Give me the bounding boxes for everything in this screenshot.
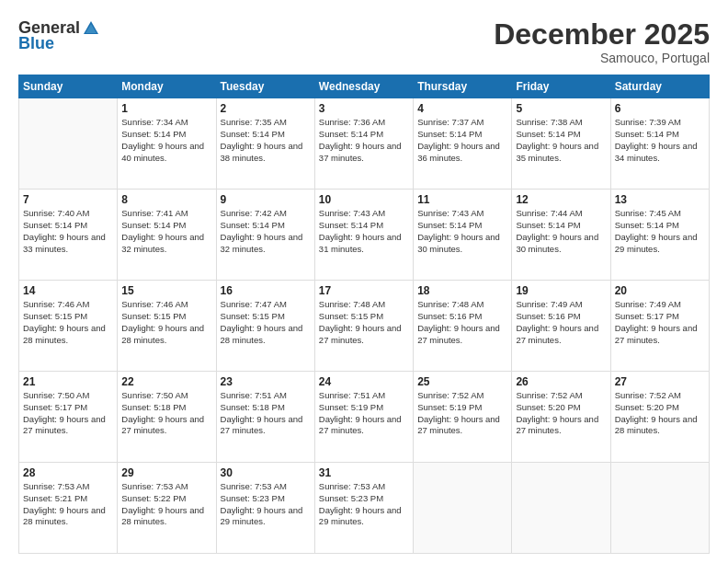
day-info: Sunrise: 7:49 AMSunset: 5:16 PMDaylight:… bbox=[516, 299, 598, 344]
day-number: 15 bbox=[121, 284, 211, 297]
day-info: Sunrise: 7:47 AMSunset: 5:15 PMDaylight:… bbox=[221, 299, 303, 344]
col-sunday: Sunday bbox=[19, 75, 118, 98]
day-info: Sunrise: 7:39 AMSunset: 5:14 PMDaylight:… bbox=[615, 117, 698, 162]
table-row: 12 Sunrise: 7:44 AMSunset: 5:14 PMDaylig… bbox=[512, 190, 610, 281]
day-number: 17 bbox=[319, 284, 409, 297]
table-row: 23 Sunrise: 7:51 AMSunset: 5:18 PMDaylig… bbox=[216, 372, 314, 463]
day-info: Sunrise: 7:37 AMSunset: 5:14 PMDaylight:… bbox=[417, 117, 500, 162]
day-info: Sunrise: 7:50 AMSunset: 5:17 PMDaylight:… bbox=[23, 390, 106, 435]
day-info: Sunrise: 7:51 AMSunset: 5:19 PMDaylight:… bbox=[319, 390, 402, 435]
table-row: 3 Sunrise: 7:36 AMSunset: 5:14 PMDayligh… bbox=[314, 98, 413, 190]
table-row: 29 Sunrise: 7:53 AMSunset: 5:22 PMDaylig… bbox=[118, 463, 216, 554]
table-row: 5 Sunrise: 7:38 AMSunset: 5:14 PMDayligh… bbox=[512, 98, 610, 190]
calendar-header-row: Sunday Monday Tuesday Wednesday Thursday… bbox=[19, 75, 710, 98]
table-row bbox=[19, 98, 118, 190]
day-number: 6 bbox=[615, 102, 705, 115]
day-info: Sunrise: 7:44 AMSunset: 5:14 PMDaylight:… bbox=[516, 208, 598, 253]
day-number: 25 bbox=[417, 375, 507, 388]
table-row bbox=[414, 463, 512, 554]
day-info: Sunrise: 7:35 AMSunset: 5:14 PMDaylight:… bbox=[221, 117, 303, 162]
day-info: Sunrise: 7:52 AMSunset: 5:19 PMDaylight:… bbox=[417, 390, 500, 435]
day-number: 18 bbox=[417, 284, 507, 297]
logo-icon bbox=[82, 19, 100, 38]
table-row: 11 Sunrise: 7:43 AMSunset: 5:14 PMDaylig… bbox=[414, 190, 512, 281]
table-row bbox=[512, 463, 610, 554]
day-number: 13 bbox=[615, 193, 705, 206]
table-row: 21 Sunrise: 7:50 AMSunset: 5:17 PMDaylig… bbox=[19, 372, 118, 463]
day-info: Sunrise: 7:53 AMSunset: 5:23 PMDaylight:… bbox=[221, 481, 303, 526]
day-info: Sunrise: 7:49 AMSunset: 5:17 PMDaylight:… bbox=[615, 299, 698, 344]
calendar-week-row: 21 Sunrise: 7:50 AMSunset: 5:17 PMDaylig… bbox=[19, 372, 710, 463]
day-info: Sunrise: 7:52 AMSunset: 5:20 PMDaylight:… bbox=[516, 390, 598, 435]
day-info: Sunrise: 7:41 AMSunset: 5:14 PMDaylight:… bbox=[121, 208, 204, 253]
day-info: Sunrise: 7:45 AMSunset: 5:14 PMDaylight:… bbox=[615, 208, 698, 253]
page: General Blue December 2025 Samouco, Port… bbox=[0, 0, 728, 563]
day-number: 23 bbox=[221, 375, 311, 388]
day-number: 2 bbox=[221, 102, 311, 115]
day-info: Sunrise: 7:43 AMSunset: 5:14 PMDaylight:… bbox=[417, 208, 500, 253]
day-number: 28 bbox=[23, 466, 113, 479]
table-row: 1 Sunrise: 7:34 AMSunset: 5:14 PMDayligh… bbox=[118, 98, 216, 190]
day-number: 3 bbox=[319, 102, 409, 115]
day-info: Sunrise: 7:53 AMSunset: 5:23 PMDaylight:… bbox=[319, 481, 402, 526]
table-row: 7 Sunrise: 7:40 AMSunset: 5:14 PMDayligh… bbox=[19, 190, 118, 281]
day-info: Sunrise: 7:52 AMSunset: 5:20 PMDaylight:… bbox=[615, 390, 698, 435]
col-saturday: Saturday bbox=[610, 75, 709, 98]
table-row: 14 Sunrise: 7:46 AMSunset: 5:15 PMDaylig… bbox=[19, 281, 118, 372]
day-number: 16 bbox=[221, 284, 311, 297]
table-row: 13 Sunrise: 7:45 AMSunset: 5:14 PMDaylig… bbox=[610, 190, 709, 281]
table-row bbox=[610, 463, 709, 554]
day-info: Sunrise: 7:53 AMSunset: 5:22 PMDaylight:… bbox=[121, 481, 204, 526]
day-number: 20 bbox=[615, 284, 705, 297]
day-number: 29 bbox=[121, 466, 211, 479]
col-thursday: Thursday bbox=[414, 75, 512, 98]
col-wednesday: Wednesday bbox=[314, 75, 413, 98]
table-row: 10 Sunrise: 7:43 AMSunset: 5:14 PMDaylig… bbox=[314, 190, 413, 281]
day-number: 4 bbox=[417, 102, 507, 115]
calendar-week-row: 1 Sunrise: 7:34 AMSunset: 5:14 PMDayligh… bbox=[19, 98, 710, 190]
table-row: 26 Sunrise: 7:52 AMSunset: 5:20 PMDaylig… bbox=[512, 372, 610, 463]
calendar-week-row: 7 Sunrise: 7:40 AMSunset: 5:14 PMDayligh… bbox=[19, 190, 710, 281]
table-row: 17 Sunrise: 7:48 AMSunset: 5:15 PMDaylig… bbox=[314, 281, 413, 372]
table-row: 22 Sunrise: 7:50 AMSunset: 5:18 PMDaylig… bbox=[118, 372, 216, 463]
day-number: 5 bbox=[516, 102, 606, 115]
table-row: 30 Sunrise: 7:53 AMSunset: 5:23 PMDaylig… bbox=[216, 463, 314, 554]
day-number: 31 bbox=[319, 466, 409, 479]
col-tuesday: Tuesday bbox=[216, 75, 314, 98]
day-info: Sunrise: 7:46 AMSunset: 5:15 PMDaylight:… bbox=[23, 299, 106, 344]
day-number: 7 bbox=[23, 193, 113, 206]
title-area: December 2025 Samouco, Portugal bbox=[494, 18, 710, 65]
table-row: 18 Sunrise: 7:48 AMSunset: 5:16 PMDaylig… bbox=[414, 281, 512, 372]
day-info: Sunrise: 7:50 AMSunset: 5:18 PMDaylight:… bbox=[121, 390, 204, 435]
month-title: December 2025 bbox=[494, 18, 710, 51]
calendar-table: Sunday Monday Tuesday Wednesday Thursday… bbox=[18, 75, 710, 554]
day-number: 14 bbox=[23, 284, 113, 297]
day-number: 8 bbox=[121, 193, 211, 206]
day-info: Sunrise: 7:38 AMSunset: 5:14 PMDaylight:… bbox=[516, 117, 598, 162]
day-number: 11 bbox=[417, 193, 507, 206]
day-info: Sunrise: 7:34 AMSunset: 5:14 PMDaylight:… bbox=[121, 117, 204, 162]
day-number: 26 bbox=[516, 375, 606, 388]
day-number: 24 bbox=[319, 375, 409, 388]
day-number: 1 bbox=[121, 102, 211, 115]
subtitle: Samouco, Portugal bbox=[494, 51, 710, 65]
table-row: 24 Sunrise: 7:51 AMSunset: 5:19 PMDaylig… bbox=[314, 372, 413, 463]
day-number: 9 bbox=[221, 193, 311, 206]
table-row: 25 Sunrise: 7:52 AMSunset: 5:19 PMDaylig… bbox=[414, 372, 512, 463]
table-row: 19 Sunrise: 7:49 AMSunset: 5:16 PMDaylig… bbox=[512, 281, 610, 372]
table-row: 31 Sunrise: 7:53 AMSunset: 5:23 PMDaylig… bbox=[314, 463, 413, 554]
logo: General Blue bbox=[18, 18, 100, 53]
table-row: 15 Sunrise: 7:46 AMSunset: 5:15 PMDaylig… bbox=[118, 281, 216, 372]
table-row: 2 Sunrise: 7:35 AMSunset: 5:14 PMDayligh… bbox=[216, 98, 314, 190]
day-number: 12 bbox=[516, 193, 606, 206]
table-row: 6 Sunrise: 7:39 AMSunset: 5:14 PMDayligh… bbox=[610, 98, 709, 190]
day-info: Sunrise: 7:48 AMSunset: 5:16 PMDaylight:… bbox=[417, 299, 500, 344]
col-monday: Monday bbox=[118, 75, 216, 98]
day-number: 21 bbox=[23, 375, 113, 388]
day-info: Sunrise: 7:40 AMSunset: 5:14 PMDaylight:… bbox=[23, 208, 106, 253]
calendar-week-row: 28 Sunrise: 7:53 AMSunset: 5:21 PMDaylig… bbox=[19, 463, 710, 554]
col-friday: Friday bbox=[512, 75, 610, 98]
day-info: Sunrise: 7:48 AMSunset: 5:15 PMDaylight:… bbox=[319, 299, 402, 344]
table-row: 16 Sunrise: 7:47 AMSunset: 5:15 PMDaylig… bbox=[216, 281, 314, 372]
table-row: 27 Sunrise: 7:52 AMSunset: 5:20 PMDaylig… bbox=[610, 372, 709, 463]
